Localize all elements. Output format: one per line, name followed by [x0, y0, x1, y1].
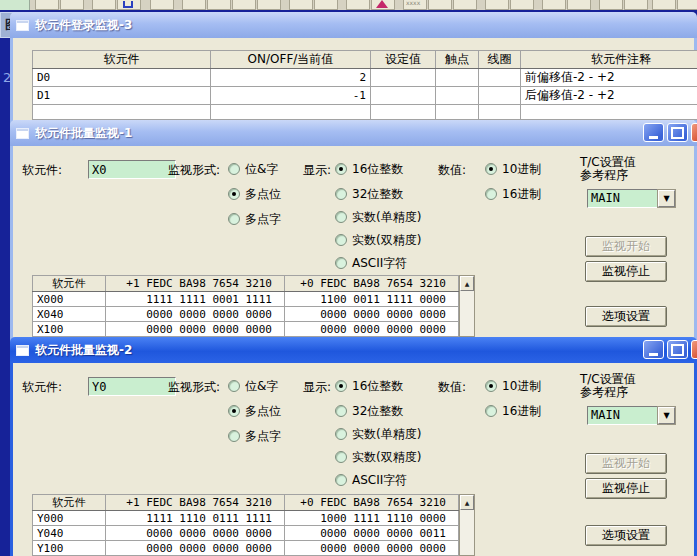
radio-decimal[interactable]: 10进制 [485, 161, 541, 177]
device-cell[interactable]: X040 [33, 307, 106, 322]
device-cell[interactable] [33, 105, 211, 120]
radio-multi-word[interactable]: 多点字 [228, 428, 281, 444]
minimize-button[interactable] [643, 340, 664, 359]
value-cell[interactable] [211, 105, 371, 120]
toolbar-button[interactable] [150, 0, 174, 10]
radio-hexadecimal[interactable]: 16进制 [485, 186, 541, 202]
radio-hexadecimal[interactable]: 16进制 [485, 403, 541, 419]
toolbar-button[interactable] [567, 0, 591, 10]
dropdown-arrow-icon[interactable]: ▼ [658, 190, 675, 207]
device-input[interactable] [88, 160, 176, 179]
toolbar-button[interactable]: xxxx [403, 0, 427, 10]
radio-bit-word[interactable]: 位&字 [228, 378, 278, 394]
plus0-cell[interactable]: 0000 0000 0000 0000 [285, 307, 459, 322]
maximize-button[interactable] [667, 340, 688, 359]
close-button[interactable] [691, 123, 697, 142]
device-cell[interactable]: Y100 [33, 541, 106, 556]
coil-cell[interactable] [479, 87, 521, 105]
window-titlebar[interactable]: 软元件批量监视-1 [10, 120, 697, 146]
setval-cell[interactable] [371, 105, 436, 120]
radio-real-single[interactable]: 实数(单精度) [335, 209, 421, 225]
radio-ascii[interactable]: ASCII字符 [335, 472, 407, 488]
radio-32bit-int[interactable]: 32位整数 [335, 186, 403, 202]
radio-32bit-int[interactable]: 32位整数 [335, 403, 403, 419]
device-cell[interactable]: Y000 [33, 511, 106, 526]
scroll-up-icon[interactable]: ▲ [460, 495, 474, 510]
radio-decimal[interactable]: 10进制 [485, 378, 541, 394]
monitor-start-button[interactable]: 监视开始 [585, 236, 667, 257]
toolbar-button[interactable] [257, 0, 281, 10]
contact-cell[interactable] [436, 105, 479, 120]
window-titlebar[interactable]: 软元件登录监视-3 [10, 12, 697, 38]
plus0-cell[interactable]: 0000 0000 0000 0011 [285, 526, 459, 541]
radio-multi-word[interactable]: 多点字 [228, 211, 281, 227]
plus1-cell[interactable]: 0000 0000 0000 0000 [106, 541, 285, 556]
monitor-stop-button[interactable]: 监视停止 [585, 478, 667, 499]
scroll-up-icon[interactable]: ▲ [460, 276, 474, 291]
option-settings-button[interactable]: 选项设置 [585, 525, 667, 546]
device-cell[interactable]: D0 [33, 69, 211, 87]
contact-cell[interactable] [436, 87, 479, 105]
option-settings-button[interactable]: 选项设置 [585, 306, 667, 327]
table-scrollbar[interactable]: ▲ [459, 275, 475, 337]
plus0-cell[interactable]: 1000 1111 1110 0000 [285, 511, 459, 526]
toolbar-button[interactable] [599, 0, 623, 10]
radio-bit-word[interactable]: 位&字 [228, 161, 278, 177]
plus1-cell[interactable]: 0000 0000 0000 0000 [106, 526, 285, 541]
radio-16bit-int[interactable]: 16位整数 [335, 161, 403, 177]
toolbar-button[interactable] [624, 0, 648, 10]
toolbar-button[interactable] [677, 0, 697, 10]
toolbar-button[interactable] [485, 0, 509, 10]
monitor-stop-button[interactable]: 监视停止 [585, 261, 667, 282]
maximize-button[interactable] [667, 123, 688, 142]
device-cell[interactable]: Y040 [33, 526, 106, 541]
plus1-cell[interactable]: 1111 1111 0001 1111 [106, 292, 285, 307]
toolbar-button[interactable] [92, 0, 116, 10]
toolbar-button[interactable] [314, 0, 338, 10]
toolbar-button[interactable] [428, 0, 452, 10]
comment-cell[interactable]: 前偏移值-2 - +2 [521, 69, 697, 87]
plus0-cell[interactable]: 1100 0011 1111 0000 [285, 292, 459, 307]
program-select[interactable]: MAIN ▼ [587, 189, 676, 208]
radio-real-single[interactable]: 实数(单精度) [335, 426, 421, 442]
toolbar-button[interactable] [371, 0, 395, 10]
setval-cell[interactable] [371, 87, 436, 105]
toolbar-button[interactable] [346, 0, 370, 10]
value-cell[interactable]: -1 [211, 87, 371, 105]
monitor-start-button[interactable]: 监视开始 [585, 453, 667, 474]
radio-real-double[interactable]: 实数(双精度) [335, 232, 421, 248]
radio-multi-bit[interactable]: 多点位 [228, 403, 281, 419]
toolbar-button[interactable] [510, 0, 534, 10]
device-input[interactable] [88, 377, 176, 396]
program-select[interactable]: MAIN ▼ [587, 406, 676, 425]
toolbar-button[interactable] [35, 0, 59, 10]
contact-cell[interactable] [436, 69, 479, 87]
device-cell[interactable]: X000 [33, 292, 106, 307]
plus0-cell[interactable]: 0000 0000 0000 0000 [285, 322, 459, 337]
coil-cell[interactable] [479, 69, 521, 87]
plus1-cell[interactable]: 0000 0000 0000 0000 [106, 307, 285, 322]
plus1-cell[interactable]: 1111 1110 0111 1111 [106, 511, 285, 526]
minimize-button[interactable] [643, 123, 664, 142]
radio-real-double[interactable]: 实数(双精度) [335, 449, 421, 465]
radio-multi-bit[interactable]: 多点位 [228, 186, 281, 202]
comment-cell[interactable] [521, 105, 697, 120]
dropdown-arrow-icon[interactable]: ▼ [658, 407, 675, 424]
device-cell[interactable]: D1 [33, 87, 211, 105]
toolbar-button[interactable] [60, 0, 84, 10]
toolbar-button[interactable] [182, 0, 206, 10]
plus1-cell[interactable]: 0000 0000 0000 0000 [106, 322, 285, 337]
plus0-cell[interactable]: 0000 0000 0000 0000 [285, 541, 459, 556]
value-cell[interactable]: 2 [211, 69, 371, 87]
toolbar-button[interactable] [117, 0, 141, 10]
comment-cell[interactable]: 后偏移值-2 - +2 [521, 87, 697, 105]
radio-ascii[interactable]: ASCII字符 [335, 255, 407, 271]
toolbar-button[interactable] [542, 0, 566, 10]
toolbar-button[interactable] [453, 0, 477, 10]
coil-cell[interactable] [479, 105, 521, 120]
setval-cell[interactable] [371, 69, 436, 87]
toolbar-button[interactable] [207, 0, 231, 10]
radio-16bit-int[interactable]: 16位整数 [335, 378, 403, 394]
device-cell[interactable]: X100 [33, 322, 106, 337]
window-titlebar[interactable]: 软元件批量监视-2 [10, 337, 697, 363]
